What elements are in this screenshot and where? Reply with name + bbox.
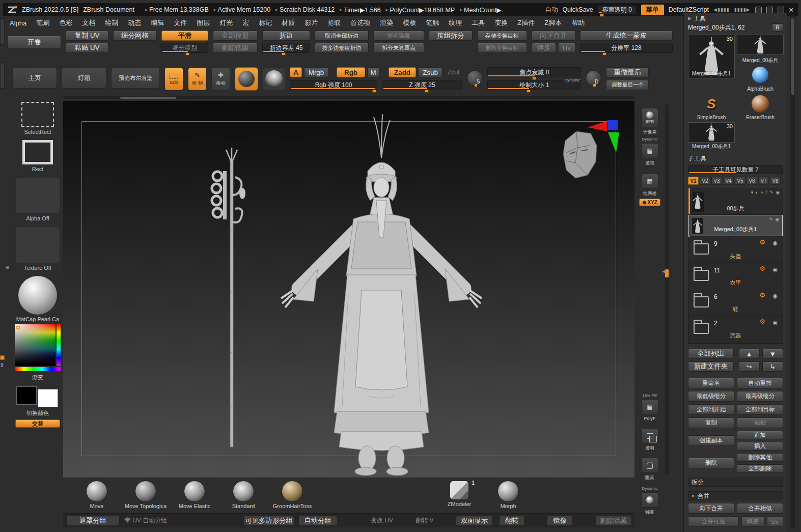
split-unmasked-button[interactable]: 拆分未遮罩点 [373,43,424,53]
menu-brush[interactable]: 笔刷 [32,17,54,29]
eye-icon[interactable]: ◉ [772,319,778,326]
eye-icon[interactable]: ◉ [772,266,778,273]
menu-file[interactable]: 文件 [169,17,191,29]
mirror-button[interactable]: 镜像 [547,516,572,526]
project-all-button[interactable]: 全部投射 [213,31,258,41]
flip-button[interactable]: 翻转 [499,516,524,526]
gear-icon[interactable]: ⚙ [759,265,765,272]
ui-opacity-slider[interactable]: 界面透明 0 [598,6,637,14]
caret-down-icon[interactable]: ▾ [751,190,754,195]
tool-thumb-eraserbrush[interactable] [737,94,784,114]
menu-stroke[interactable]: 笔触 [421,17,444,29]
close-icon[interactable]: ✕ [789,6,794,14]
menu-transform[interactable]: 变换 [490,17,512,29]
all-to-target-button[interactable]: 全部到目标 [737,404,783,415]
paint-icon[interactable]: ✎ [769,217,774,222]
tool-thumb-merged[interactable] [737,35,784,55]
lowest-subdiv-button[interactable]: 最低级细分 [688,391,734,402]
stroke-dial-icon[interactable]: S [467,70,483,86]
insert-button[interactable]: 插入 [737,442,783,451]
main-color-swatch[interactable] [16,386,37,405]
tool-palette-title[interactable]: 工具 [694,14,706,23]
gear-icon[interactable]: ⚙ [759,318,765,325]
split-hidden-button[interactable]: 拆分隐藏 [373,31,424,41]
subtool-tab-v8[interactable]: V8 [770,177,781,185]
matcap-sphere-icon[interactable] [18,276,57,315]
merge-down-button[interactable]: 向下合并 [688,503,734,514]
left-tray-collapse-icon[interactable]: ◀ [5,265,9,270]
divide-button[interactable]: 细分网格 [113,31,157,41]
paste-subtool-button[interactable]: 粘贴 [737,417,783,428]
left-tray-stub-1[interactable] [0,18,5,45]
current-color-button[interactable] [263,67,285,91]
ghost-button[interactable] [641,458,658,473]
redo-last-button[interactable]: 重做最后 [606,67,649,77]
weld-button[interactable]: 焊接 [532,43,556,53]
left-edge-swatch[interactable] [0,355,5,360]
move-down-button[interactable]: ▼ [762,349,783,359]
rgb-intensity-slider[interactable]: Rgb 强度 100 [290,80,377,90]
subtool-tab-v2[interactable]: V2 [700,177,710,185]
brush-morph[interactable]: Morph [484,481,533,509]
subtool-visible-count-slider[interactable]: 子工具可见数量 7 [688,165,783,174]
adjust-last-button[interactable]: 调整最后一个 [606,80,649,90]
menu-dynamics[interactable]: 动态 [123,17,146,29]
zsub-button[interactable]: Zsub [418,67,443,77]
left-tray-stub-2[interactable] [0,62,5,89]
menu-picker[interactable]: 拾取 [323,17,345,29]
brush-move-topological[interactable]: Move Topologica [121,481,170,509]
menu-document[interactable]: 文档 [77,17,100,29]
rename-button[interactable]: 重命名 [688,378,734,388]
move-up-button[interactable]: ▲ [739,349,760,359]
subtool-tab-v7[interactable]: V7 [758,177,769,185]
gear-icon[interactable]: ⚙ [759,291,765,299]
delete-lower-button[interactable]: 删除低级 [213,43,258,53]
eye-icon[interactable]: ◉ [775,217,779,222]
brush-standard[interactable]: Standard [219,481,268,509]
paint-icon[interactable]: ✎ [770,190,774,195]
canvas-vscrollbar[interactable] [665,104,669,474]
menu-color[interactable]: 色彩 [54,17,77,29]
flip-v-button[interactable]: 翻转 V [416,516,433,525]
color-picker-square[interactable] [15,324,56,366]
menu-edit[interactable]: 编辑 [146,17,169,29]
tool-thumb-simplebrush[interactable]: S [688,94,735,114]
secondary-color-swatch[interactable] [38,389,58,407]
menu-draw[interactable]: 绘制 [100,17,123,29]
delete-button[interactable]: 删除 [688,458,734,468]
menu-tool[interactable]: 工具 [467,17,489,29]
dynamic-size-label[interactable]: Dynamic [564,78,580,82]
home-button[interactable]: 主页 [12,67,57,89]
circle-icon[interactable]: ○ [765,190,767,195]
merge-visible-button[interactable]: 合并可见 [688,516,739,527]
preview-boolean-button[interactable]: 预览布尔渲染 [111,67,160,89]
mask-groups-button[interactable]: 遮罩分组 [66,516,120,526]
zadd-button[interactable]: Zadd [389,67,416,77]
uv-auto-groups-button[interactable]: 带 UV 自动分组 [125,516,167,525]
zcut-button[interactable]: Zcut [445,69,462,76]
merge-down-button[interactable]: 向下合并 [532,31,575,41]
duplicate-button[interactable]: 创建副本 [688,435,734,446]
subtool-row-00[interactable]: ▾ ◐ ◑ ○ ✎ ◉ 00步兵 [688,188,783,215]
gear-icon[interactable]: ⚙ [759,238,765,246]
viewport-3d[interactable] [63,101,634,478]
subtool-section-title[interactable]: 子工具 [688,154,783,163]
move-out-folder-button[interactable]: ↪ [739,361,760,372]
auto-groups-button[interactable]: 自动分组 [298,516,337,526]
transform-uv-button[interactable]: 变换 UV [371,516,393,525]
append-button[interactable]: 追加 [737,431,783,439]
menu-texture[interactable]: 纹理 [444,17,466,29]
tool-thumb-merged2[interactable]: 30 [688,122,735,143]
m-button[interactable]: M [367,67,379,77]
half-left-icon[interactable]: ◐ [755,190,758,195]
brush-groomhairtoss[interactable]: GroomHairToss [268,481,317,509]
menu-help[interactable]: 帮助 [567,17,589,29]
canvas-hscrollbar[interactable] [63,96,634,99]
subtool-tab-v3[interactable]: V3 [711,177,722,185]
brush-zmodeler[interactable]: ZModeler 1 [435,481,484,507]
focal-shift-slider[interactable]: 焦点衰减 0 [487,67,581,77]
floor-axis-button[interactable]: ⊕ XYZ [639,199,660,206]
tray-scroll-right-icon[interactable]: ▮▮▮▮▶ [734,7,751,12]
window-icon-3[interactable] [778,7,784,13]
stat-timer[interactable]: ●Timer▶1.566 [339,6,380,14]
